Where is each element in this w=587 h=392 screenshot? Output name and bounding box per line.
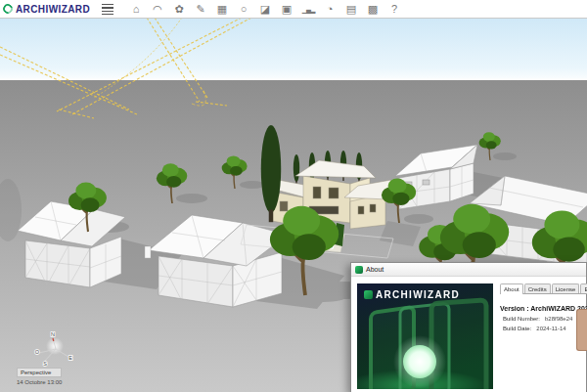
about-artwork: ARCHIWIZARD xyxy=(357,283,493,389)
app-logo: ARCHIWIZARD xyxy=(0,4,90,15)
build-date-row: Build Date:2024-11-14 xyxy=(500,326,587,331)
clock-icon[interactable]: ◔ xyxy=(319,1,340,18)
tab-eula[interactable]: EULA xyxy=(580,283,587,293)
sun-path-icon[interactable]: ◠ xyxy=(147,1,168,18)
projection-selector[interactable]: Perspective xyxy=(17,368,62,377)
build-number-label: Build Number: xyxy=(503,316,540,322)
about-dialog: About ARCHIWIZARD xyxy=(350,262,587,392)
report-icon[interactable]: ▤ xyxy=(340,1,362,18)
about-info-panel: About Credits License EULA Version : Arc… xyxy=(500,283,587,331)
tab-credits[interactable]: Credits xyxy=(524,283,551,293)
sphere-icon[interactable]: ○ xyxy=(233,1,254,18)
build-date-label: Build Date: xyxy=(503,326,531,331)
dialog-body: ARCHIWIZARD xyxy=(351,277,586,392)
main-toolbar: ARCHIWIZARD ⌂ ◠ ✿ ✎ ▦ ○ ◪ ▣ ▁▄▂ ◔ ▤ ▩ ? xyxy=(0,0,587,19)
table-icon[interactable]: ▩ xyxy=(362,1,384,18)
about-brand: ARCHIWIZARD xyxy=(364,289,460,300)
help-icon[interactable]: ? xyxy=(384,1,405,18)
compass-w: O xyxy=(35,349,40,355)
toolbar-icons: ⌂ ◠ ✿ ✎ ▦ ○ ◪ ▣ ▁▄▂ ◔ ▤ ▩ ? xyxy=(125,1,405,18)
tab-license[interactable]: License xyxy=(552,283,580,293)
clipped-overlay-element xyxy=(576,309,587,351)
version-line: Version : ArchiWIZARD 2025.1 Up xyxy=(500,305,587,312)
about-brand-text: ARCHIWIZARD xyxy=(376,289,460,300)
compass-n: N xyxy=(51,331,55,337)
dialog-title-bar[interactable]: About xyxy=(351,263,586,277)
sky xyxy=(0,18,587,80)
datetime-label: 14 Octobre 13:00 xyxy=(17,379,62,385)
building-icon[interactable]: ▣ xyxy=(276,1,297,18)
build-date-value: 2024-11-14 xyxy=(536,326,565,331)
about-brand-icon xyxy=(364,290,373,299)
build-number-value: b28f98e24 xyxy=(545,316,572,322)
menu-icon[interactable] xyxy=(102,4,113,15)
wall-icon[interactable]: ◪ xyxy=(254,1,276,18)
home-icon[interactable]: ⌂ xyxy=(125,1,147,18)
chart-icon[interactable]: ▁▄▂ xyxy=(297,1,319,18)
tab-about[interactable]: About xyxy=(500,283,523,294)
compass-s: S xyxy=(43,361,47,367)
brush-icon[interactable]: ✎ xyxy=(190,1,211,18)
about-tabs: About Credits License EULA xyxy=(500,283,587,294)
dialog-app-icon xyxy=(355,266,363,274)
texture-icon[interactable]: ▦ xyxy=(211,1,233,18)
compass-e: E xyxy=(68,355,72,361)
build-number-row: Build Number:b28f98e24 xyxy=(500,316,587,322)
dialog-title: About xyxy=(366,266,384,273)
logo-mark-icon xyxy=(1,2,15,16)
leaf-icon[interactable]: ✿ xyxy=(168,1,190,18)
brand-text: ARCHIWIZARD xyxy=(16,4,90,15)
